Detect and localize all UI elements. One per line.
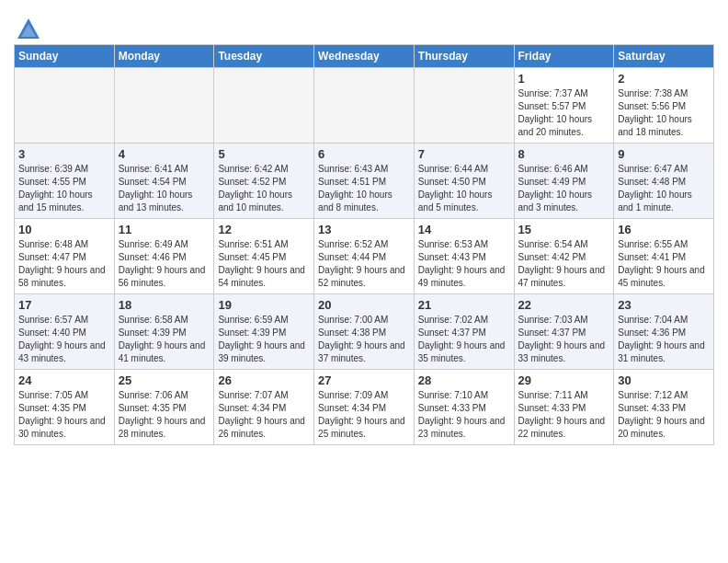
day-number: 28 bbox=[418, 373, 510, 387]
day-cell: 1Sunrise: 7:37 AM Sunset: 5:57 PM Daylig… bbox=[514, 68, 614, 144]
day-number: 6 bbox=[318, 147, 410, 161]
day-info: Sunrise: 6:41 AM Sunset: 4:54 PM Dayligh… bbox=[119, 163, 210, 214]
day-number: 29 bbox=[518, 373, 610, 387]
day-cell: 10Sunrise: 6:48 AM Sunset: 4:47 PM Dayli… bbox=[15, 219, 115, 294]
day-cell bbox=[15, 68, 115, 144]
day-cell: 9Sunrise: 6:47 AM Sunset: 4:48 PM Daylig… bbox=[614, 144, 714, 219]
day-cell: 16Sunrise: 6:55 AM Sunset: 4:41 PM Dayli… bbox=[614, 219, 714, 294]
day-cell: 7Sunrise: 6:44 AM Sunset: 4:50 PM Daylig… bbox=[414, 144, 514, 219]
day-cell: 12Sunrise: 6:51 AM Sunset: 4:45 PM Dayli… bbox=[214, 219, 314, 294]
day-number: 26 bbox=[218, 373, 310, 387]
day-number: 8 bbox=[518, 147, 610, 161]
day-number: 18 bbox=[119, 298, 210, 312]
day-info: Sunrise: 6:59 AM Sunset: 4:39 PM Dayligh… bbox=[218, 314, 310, 365]
day-number: 16 bbox=[618, 223, 710, 236]
day-info: Sunrise: 6:46 AM Sunset: 4:49 PM Dayligh… bbox=[518, 163, 610, 214]
day-number: 21 bbox=[418, 298, 510, 312]
day-cell: 21Sunrise: 7:02 AM Sunset: 4:37 PM Dayli… bbox=[414, 294, 514, 370]
logo bbox=[14, 17, 41, 37]
day-info: Sunrise: 7:11 AM Sunset: 4:33 PM Dayligh… bbox=[518, 389, 610, 441]
day-cell: 20Sunrise: 7:00 AM Sunset: 4:38 PM Dayli… bbox=[314, 294, 415, 370]
header-sunday: Sunday bbox=[15, 45, 115, 68]
day-cell: 4Sunrise: 6:41 AM Sunset: 4:54 PM Daylig… bbox=[114, 144, 214, 219]
day-number: 10 bbox=[18, 223, 110, 236]
day-info: Sunrise: 7:00 AM Sunset: 4:38 PM Dayligh… bbox=[318, 314, 410, 365]
day-info: Sunrise: 7:09 AM Sunset: 4:34 PM Dayligh… bbox=[318, 389, 410, 441]
header-monday: Monday bbox=[114, 45, 214, 68]
day-number: 11 bbox=[119, 223, 210, 236]
header-saturday: Saturday bbox=[614, 45, 714, 68]
day-number: 22 bbox=[518, 298, 610, 312]
day-info: Sunrise: 6:52 AM Sunset: 4:44 PM Dayligh… bbox=[318, 238, 410, 290]
day-cell: 28Sunrise: 7:10 AM Sunset: 4:33 PM Dayli… bbox=[414, 370, 514, 445]
day-number: 30 bbox=[618, 373, 710, 387]
page-header bbox=[14, 9, 714, 37]
day-number: 24 bbox=[18, 373, 110, 387]
header-tuesday: Tuesday bbox=[214, 45, 314, 68]
day-number: 23 bbox=[618, 298, 710, 312]
day-cell bbox=[414, 68, 514, 144]
day-cell: 27Sunrise: 7:09 AM Sunset: 4:34 PM Dayli… bbox=[314, 370, 415, 445]
day-number: 13 bbox=[318, 223, 410, 236]
day-info: Sunrise: 6:43 AM Sunset: 4:51 PM Dayligh… bbox=[318, 163, 410, 214]
day-info: Sunrise: 7:06 AM Sunset: 4:35 PM Dayligh… bbox=[119, 389, 210, 441]
day-cell: 30Sunrise: 7:12 AM Sunset: 4:33 PM Dayli… bbox=[614, 370, 714, 445]
day-info: Sunrise: 6:55 AM Sunset: 4:41 PM Dayligh… bbox=[618, 238, 710, 290]
day-cell: 8Sunrise: 6:46 AM Sunset: 4:49 PM Daylig… bbox=[514, 144, 614, 219]
day-number: 20 bbox=[318, 298, 410, 312]
day-info: Sunrise: 7:38 AM Sunset: 5:56 PM Dayligh… bbox=[618, 87, 710, 139]
day-info: Sunrise: 6:57 AM Sunset: 4:40 PM Dayligh… bbox=[18, 314, 110, 365]
day-number: 15 bbox=[518, 223, 610, 236]
day-number: 9 bbox=[618, 147, 710, 161]
day-number: 27 bbox=[318, 373, 410, 387]
day-info: Sunrise: 6:39 AM Sunset: 4:55 PM Dayligh… bbox=[18, 163, 110, 214]
day-info: Sunrise: 6:44 AM Sunset: 4:50 PM Dayligh… bbox=[418, 163, 510, 214]
day-cell: 13Sunrise: 6:52 AM Sunset: 4:44 PM Dayli… bbox=[314, 219, 415, 294]
day-info: Sunrise: 6:51 AM Sunset: 4:45 PM Dayligh… bbox=[218, 238, 310, 290]
day-number: 12 bbox=[218, 223, 310, 236]
day-number: 19 bbox=[218, 298, 310, 312]
day-number: 14 bbox=[418, 223, 510, 236]
week-row-5: 24Sunrise: 7:05 AM Sunset: 4:35 PM Dayli… bbox=[15, 370, 714, 445]
day-info: Sunrise: 7:03 AM Sunset: 4:37 PM Dayligh… bbox=[518, 314, 610, 365]
day-number: 3 bbox=[18, 147, 110, 161]
day-info: Sunrise: 7:37 AM Sunset: 5:57 PM Dayligh… bbox=[518, 87, 610, 139]
day-cell: 26Sunrise: 7:07 AM Sunset: 4:34 PM Dayli… bbox=[214, 370, 314, 445]
day-cell bbox=[114, 68, 214, 144]
day-cell: 5Sunrise: 6:42 AM Sunset: 4:52 PM Daylig… bbox=[214, 144, 314, 219]
day-info: Sunrise: 7:12 AM Sunset: 4:33 PM Dayligh… bbox=[618, 389, 710, 441]
calendar-header-row: SundayMondayTuesdayWednesdayThursdayFrid… bbox=[15, 45, 714, 68]
day-cell: 23Sunrise: 7:04 AM Sunset: 4:36 PM Dayli… bbox=[614, 294, 714, 370]
day-info: Sunrise: 6:48 AM Sunset: 4:47 PM Dayligh… bbox=[18, 238, 110, 290]
day-cell bbox=[314, 68, 415, 144]
day-cell: 29Sunrise: 7:11 AM Sunset: 4:33 PM Dayli… bbox=[514, 370, 614, 445]
day-info: Sunrise: 7:10 AM Sunset: 4:33 PM Dayligh… bbox=[418, 389, 510, 441]
calendar-table: SundayMondayTuesdayWednesdayThursdayFrid… bbox=[14, 44, 714, 445]
week-row-1: 1Sunrise: 7:37 AM Sunset: 5:57 PM Daylig… bbox=[15, 68, 714, 144]
week-row-4: 17Sunrise: 6:57 AM Sunset: 4:40 PM Dayli… bbox=[15, 294, 714, 370]
day-info: Sunrise: 6:47 AM Sunset: 4:48 PM Dayligh… bbox=[618, 163, 710, 214]
day-number: 7 bbox=[418, 147, 510, 161]
day-info: Sunrise: 6:53 AM Sunset: 4:43 PM Dayligh… bbox=[418, 238, 510, 290]
day-cell: 14Sunrise: 6:53 AM Sunset: 4:43 PM Dayli… bbox=[414, 219, 514, 294]
logo-icon bbox=[16, 17, 41, 42]
day-number: 5 bbox=[218, 147, 310, 161]
day-cell: 2Sunrise: 7:38 AM Sunset: 5:56 PM Daylig… bbox=[614, 68, 714, 144]
day-number: 1 bbox=[518, 72, 610, 86]
day-info: Sunrise: 6:58 AM Sunset: 4:39 PM Dayligh… bbox=[119, 314, 210, 365]
day-cell: 22Sunrise: 7:03 AM Sunset: 4:37 PM Dayli… bbox=[514, 294, 614, 370]
day-info: Sunrise: 7:07 AM Sunset: 4:34 PM Dayligh… bbox=[218, 389, 310, 441]
week-row-2: 3Sunrise: 6:39 AM Sunset: 4:55 PM Daylig… bbox=[15, 144, 714, 219]
day-cell: 15Sunrise: 6:54 AM Sunset: 4:42 PM Dayli… bbox=[514, 219, 614, 294]
week-row-3: 10Sunrise: 6:48 AM Sunset: 4:47 PM Dayli… bbox=[15, 219, 714, 294]
day-cell: 18Sunrise: 6:58 AM Sunset: 4:39 PM Dayli… bbox=[114, 294, 214, 370]
day-cell: 24Sunrise: 7:05 AM Sunset: 4:35 PM Dayli… bbox=[15, 370, 115, 445]
day-number: 4 bbox=[119, 147, 210, 161]
day-info: Sunrise: 6:49 AM Sunset: 4:46 PM Dayligh… bbox=[119, 238, 210, 290]
header-friday: Friday bbox=[514, 45, 614, 68]
header-wednesday: Wednesday bbox=[314, 45, 415, 68]
day-info: Sunrise: 6:42 AM Sunset: 4:52 PM Dayligh… bbox=[218, 163, 310, 214]
day-number: 17 bbox=[18, 298, 110, 312]
header-thursday: Thursday bbox=[414, 45, 514, 68]
day-cell: 3Sunrise: 6:39 AM Sunset: 4:55 PM Daylig… bbox=[15, 144, 115, 219]
